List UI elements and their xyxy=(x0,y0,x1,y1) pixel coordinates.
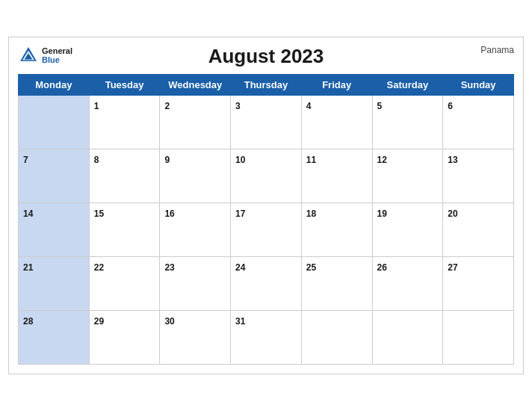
logo-general-text: General xyxy=(42,46,72,55)
calendar-cell: 21 xyxy=(19,257,90,311)
weekday-header-tuesday: Tuesday xyxy=(89,75,160,96)
week-row-0: 123456 xyxy=(19,96,514,149)
weekday-header-friday: Friday xyxy=(301,75,372,96)
day-number: 18 xyxy=(306,208,316,219)
weekday-header-wednesday: Wednesday xyxy=(160,75,231,96)
day-number: 3 xyxy=(235,101,241,111)
calendar-cell: 10 xyxy=(231,149,302,203)
week-row-4: 28293031 xyxy=(19,311,514,365)
day-number: 29 xyxy=(94,316,104,327)
calendar-cell xyxy=(372,311,443,365)
day-number: 20 xyxy=(448,208,457,219)
calendar-header: General Blue August 2023 Panama xyxy=(18,45,514,68)
day-number: 22 xyxy=(94,262,104,273)
day-number: 24 xyxy=(235,262,245,273)
calendar-cell: 24 xyxy=(231,257,302,311)
day-number: 13 xyxy=(448,155,457,165)
calendar-cell: 27 xyxy=(443,257,514,311)
calendar-cell: 8 xyxy=(89,149,160,203)
day-number: 11 xyxy=(306,155,316,165)
calendar-cell: 3 xyxy=(231,96,302,149)
calendar-cell: 1 xyxy=(89,96,160,149)
day-number: 17 xyxy=(235,208,245,219)
calendar-cell xyxy=(301,311,372,365)
day-number: 21 xyxy=(23,262,33,273)
calendar-cell: 7 xyxy=(19,149,90,203)
weekday-header-thursday: Thursday xyxy=(231,75,302,96)
calendar-cell: 13 xyxy=(443,149,514,203)
calendar-cell: 23 xyxy=(160,257,231,311)
calendar-cell: 14 xyxy=(19,203,90,257)
day-number: 8 xyxy=(94,155,99,165)
week-row-2: 14151617181920 xyxy=(19,203,514,257)
calendar-cell: 11 xyxy=(301,149,372,203)
calendar-cell: 19 xyxy=(372,203,443,257)
calendar-cell: 9 xyxy=(160,149,231,203)
calendar-cell: 5 xyxy=(372,96,443,149)
weekday-header-monday: Monday xyxy=(19,75,90,96)
day-number: 19 xyxy=(377,208,387,219)
calendar-cell: 29 xyxy=(89,311,160,365)
week-row-1: 78910111213 xyxy=(19,149,514,203)
calendar-cell: 4 xyxy=(301,96,372,149)
country-label: Panama xyxy=(480,45,514,55)
day-number: 14 xyxy=(23,208,33,219)
day-number: 28 xyxy=(23,316,33,327)
day-number: 9 xyxy=(164,155,170,165)
day-number: 5 xyxy=(377,101,383,111)
day-number: 26 xyxy=(377,262,387,273)
day-number: 31 xyxy=(235,316,245,327)
logo-blue-text: Blue xyxy=(42,55,60,64)
calendar-cell: 22 xyxy=(89,257,160,311)
calendar-cell: 18 xyxy=(301,203,372,257)
day-number: 7 xyxy=(23,155,28,165)
day-number: 1 xyxy=(94,101,99,111)
calendar-title: August 2023 xyxy=(208,45,324,68)
calendar-cell: 17 xyxy=(231,203,302,257)
calendar-cell: 2 xyxy=(160,96,231,149)
day-number: 25 xyxy=(306,262,316,273)
week-row-3: 21222324252627 xyxy=(19,257,514,311)
day-number: 4 xyxy=(306,101,312,111)
calendar-cell: 20 xyxy=(443,203,514,257)
calendar-cell: 30 xyxy=(160,311,231,365)
calendar-container: General Blue August 2023 Panama MondayTu… xyxy=(8,37,524,374)
day-number: 30 xyxy=(164,316,174,327)
day-number: 10 xyxy=(235,155,245,165)
day-number: 15 xyxy=(94,208,104,219)
calendar-grid: MondayTuesdayWednesdayThursdayFridaySatu… xyxy=(18,74,514,365)
logo-area: General Blue xyxy=(18,45,72,66)
calendar-cell: 12 xyxy=(372,149,443,203)
weekday-header-sunday: Sunday xyxy=(443,75,514,96)
day-number: 27 xyxy=(448,262,457,273)
calendar-cell: 28 xyxy=(19,311,90,365)
calendar-cell: 16 xyxy=(160,203,231,257)
day-number: 2 xyxy=(164,101,170,111)
logo-icon xyxy=(18,45,39,66)
day-number: 12 xyxy=(377,155,387,165)
calendar-cell xyxy=(443,311,514,365)
logo-text-wrapper: General Blue xyxy=(42,46,72,64)
day-number: 23 xyxy=(164,262,174,273)
day-number: 6 xyxy=(448,101,453,111)
calendar-cell: 6 xyxy=(443,96,514,149)
weekday-header-row: MondayTuesdayWednesdayThursdayFridaySatu… xyxy=(19,75,514,96)
calendar-cell: 31 xyxy=(231,311,302,365)
calendar-cell: 25 xyxy=(301,257,372,311)
weekday-header-saturday: Saturday xyxy=(372,75,443,96)
day-number: 16 xyxy=(164,208,174,219)
calendar-cell: 15 xyxy=(89,203,160,257)
calendar-cell xyxy=(19,96,90,149)
calendar-cell: 26 xyxy=(372,257,443,311)
